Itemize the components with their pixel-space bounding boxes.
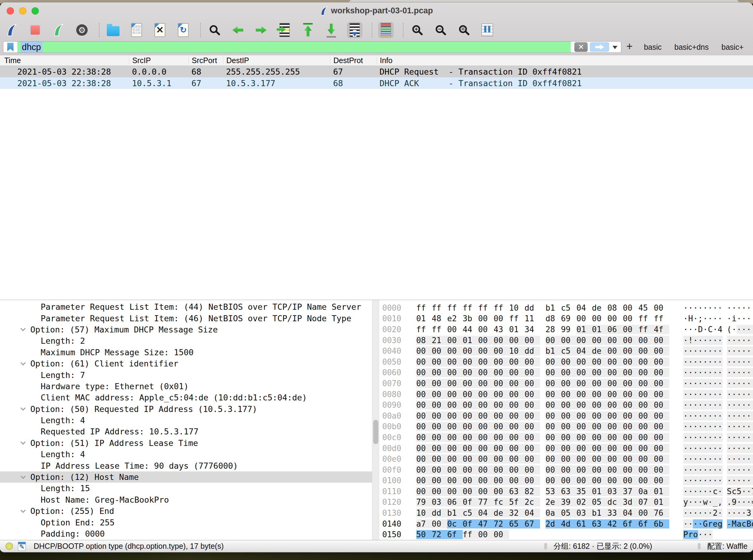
hex-byte[interactable]: 76 bbox=[654, 508, 669, 518]
hex-byte[interactable]: 00 bbox=[592, 368, 607, 377]
ascii-char[interactable]: · bbox=[741, 411, 746, 420]
ascii-char[interactable]: · bbox=[708, 422, 713, 431]
ascii-char[interactable]: · bbox=[703, 411, 708, 420]
hex-byte[interactable]: 00 bbox=[416, 444, 432, 453]
ascii-char[interactable]: · bbox=[737, 508, 741, 518]
hex-byte[interactable]: 00 bbox=[623, 455, 638, 463]
ascii-char[interactable]: ! bbox=[688, 336, 693, 345]
hex-byte[interactable]: 06 bbox=[447, 498, 463, 506]
hex-byte[interactable]: 00 bbox=[463, 357, 478, 366]
ascii-char[interactable]: · bbox=[698, 411, 703, 420]
hex-byte[interactable]: 65 bbox=[509, 519, 524, 528]
ascii-char[interactable]: · bbox=[698, 476, 703, 485]
ascii-char[interactable]: · bbox=[717, 390, 722, 399]
ascii-char[interactable]: · bbox=[751, 400, 753, 409]
ascii-char[interactable]: · bbox=[698, 465, 703, 475]
ascii-char[interactable]: · bbox=[683, 422, 688, 431]
hex-byte[interactable]: ff bbox=[638, 325, 654, 334]
ascii-char[interactable]: · bbox=[708, 357, 713, 366]
hex-byte[interactable]: 00 bbox=[623, 411, 638, 420]
go-back-icon[interactable] bbox=[230, 22, 245, 38]
ascii-char[interactable]: · bbox=[717, 465, 722, 475]
hex-byte[interactable]: 00 bbox=[494, 400, 509, 409]
ascii-char[interactable]: - bbox=[727, 519, 732, 528]
capture-options-icon[interactable]: ⚙ bbox=[74, 22, 90, 38]
hex-byte[interactable]: 69 bbox=[561, 314, 576, 323]
reload-file-icon[interactable]: ↻ bbox=[176, 22, 191, 38]
hex-byte[interactable]: 00 bbox=[654, 400, 669, 409]
detail-line[interactable]: Maximum DHCP Message Size: 1500 bbox=[0, 347, 372, 358]
ascii-char[interactable]: · bbox=[732, 455, 737, 463]
ascii-char[interactable]: · bbox=[727, 357, 732, 366]
hex-byte[interactable]: dd bbox=[432, 508, 447, 518]
hex-byte[interactable]: 00 bbox=[592, 400, 607, 409]
hex-byte[interactable]: 00 bbox=[592, 390, 607, 399]
hex-byte[interactable]: 00 bbox=[494, 357, 509, 366]
hex-byte[interactable]: d8 bbox=[546, 314, 561, 323]
hex-byte[interactable]: 00 bbox=[494, 422, 509, 431]
ascii-char[interactable]: S bbox=[727, 487, 732, 496]
go-to-top-icon[interactable] bbox=[300, 22, 316, 38]
hex-byte[interactable]: 6f bbox=[638, 519, 654, 528]
filter-preset-basic-dns[interactable]: basic+dns bbox=[668, 43, 715, 52]
ascii-char[interactable]: · bbox=[746, 390, 751, 399]
ascii-char[interactable]: · bbox=[741, 422, 746, 431]
ascii-char[interactable]: · bbox=[751, 368, 753, 377]
ascii-char[interactable]: · bbox=[737, 325, 741, 334]
go-forward-icon[interactable] bbox=[254, 22, 269, 38]
hex-byte[interactable]: 61 bbox=[576, 519, 592, 528]
ascii-char[interactable]: · bbox=[698, 303, 703, 313]
detail-line[interactable]: Length: 4 bbox=[0, 415, 372, 426]
ascii-char[interactable]: · bbox=[688, 422, 693, 431]
hex-byte[interactable]: 03 bbox=[576, 508, 592, 518]
hex-byte[interactable]: 00 bbox=[576, 368, 592, 377]
minimize-window-button[interactable] bbox=[19, 7, 26, 15]
hex-byte[interactable]: 10 bbox=[509, 346, 524, 356]
hex-byte[interactable]: 00 bbox=[463, 487, 478, 496]
hex-byte[interactable]: c5 bbox=[561, 346, 576, 356]
ascii-char[interactable]: · bbox=[698, 336, 703, 345]
ascii-char[interactable]: · bbox=[746, 325, 751, 334]
ascii-char[interactable]: · bbox=[751, 411, 753, 420]
ascii-char[interactable]: · bbox=[693, 519, 698, 528]
hex-byte[interactable]: 00 bbox=[607, 357, 623, 366]
ascii-char[interactable]: · bbox=[688, 433, 693, 442]
hex-byte[interactable]: 00 bbox=[447, 346, 463, 356]
hex-byte[interactable]: 00 bbox=[576, 379, 592, 388]
hex-byte[interactable]: 39 bbox=[561, 498, 576, 506]
ascii-char[interactable]: · bbox=[688, 357, 693, 366]
hex-byte[interactable]: 00 bbox=[463, 400, 478, 409]
hex-byte[interactable]: dd bbox=[524, 346, 540, 356]
ascii-char[interactable]: · bbox=[693, 346, 698, 356]
ascii-char[interactable]: · bbox=[746, 379, 751, 388]
hex-byte[interactable]: b1 bbox=[592, 508, 607, 518]
hex-byte[interactable]: ff bbox=[654, 314, 669, 323]
ascii-char[interactable]: · bbox=[741, 346, 746, 356]
hex-byte[interactable]: 00 bbox=[447, 325, 463, 334]
hex-byte[interactable]: 00 bbox=[416, 476, 432, 485]
hex-byte[interactable]: 2c bbox=[524, 498, 540, 506]
capture-comment-icon[interactable]: ✎ bbox=[18, 542, 26, 551]
hex-byte[interactable]: 00 bbox=[494, 444, 509, 453]
ascii-char[interactable]: · bbox=[713, 346, 717, 356]
chevron-down-icon[interactable] bbox=[16, 475, 30, 479]
ascii-char[interactable]: · bbox=[713, 303, 717, 313]
ascii-char[interactable]: , bbox=[717, 498, 722, 506]
hex-byte[interactable]: 00 bbox=[546, 390, 561, 399]
hex-byte[interactable]: 00 bbox=[432, 390, 447, 399]
hex-byte[interactable]: 00 bbox=[416, 368, 432, 377]
hex-byte[interactable]: 03 bbox=[607, 487, 623, 496]
hex-byte[interactable]: 00 bbox=[561, 336, 576, 345]
hex-byte[interactable]: ff bbox=[447, 303, 463, 313]
ascii-char[interactable]: · bbox=[746, 444, 751, 453]
hex-byte[interactable]: 00 bbox=[623, 346, 638, 356]
ascii-char[interactable]: · bbox=[732, 336, 737, 345]
ascii-char[interactable]: ( bbox=[727, 325, 732, 334]
hex-byte[interactable]: 00 bbox=[638, 411, 654, 420]
colorize-icon[interactable] bbox=[378, 22, 394, 38]
hex-byte[interactable]: 33 bbox=[607, 508, 623, 518]
hex-byte[interactable]: 00 bbox=[416, 346, 432, 356]
hex-byte[interactable]: 00 bbox=[447, 357, 463, 366]
hex-byte[interactable]: 00 bbox=[478, 314, 494, 323]
hex-byte[interactable]: 00 bbox=[509, 357, 524, 366]
